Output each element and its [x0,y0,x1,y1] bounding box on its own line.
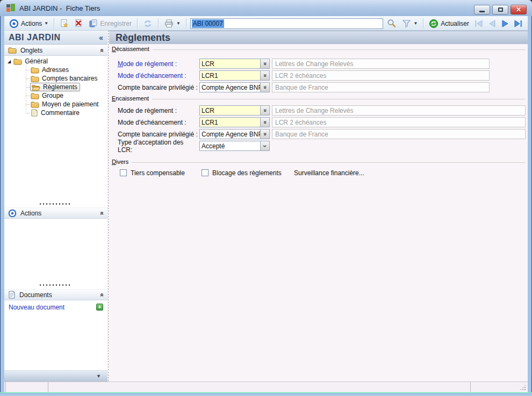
tree-item-label: Règlements [43,83,77,91]
minimize-icon [479,11,485,12]
tree-item-adresses[interactable]: Adresses [4,66,107,74]
refresh-icon [143,19,153,28]
tree-item-groupe[interactable]: Groupe [4,91,107,100]
mode-echeancement-combo[interactable]: LCR1 » [199,117,270,127]
filter-button[interactable]: ▼ [399,18,420,29]
target-icon [9,19,19,28]
tree-item-general[interactable]: ◢ Général [4,57,107,66]
tree-item-comptes-bancaires[interactable]: Comptes bancaires [4,74,107,83]
nav-first-button[interactable] [472,19,486,28]
group-decaissement: Décaissement [112,45,525,53]
sidebar-collapse-button[interactable]: « [99,33,103,42]
search-icon [387,19,397,28]
combo-lookup-button[interactable]: » [260,83,269,92]
tree-selected-highlight: Règlements [30,83,80,91]
combo-lookup-button[interactable]: » [260,59,269,68]
actualiser-button[interactable]: Actualiser [426,18,472,30]
field-label: Compte bancaire privilégié : [118,131,198,138]
field-description: Banque de France [272,129,526,139]
compte-bancaire-combo[interactable]: Compte Agence BNP » [199,82,270,92]
actions-menu-button[interactable]: Actions ▼ [6,18,51,30]
surveillance-financiere-link[interactable]: Surveillance financière... [294,169,364,177]
section-header-actions[interactable]: Actions » [4,207,107,219]
tree-item-commentaire[interactable]: Commentaire [4,109,107,117]
sidebar-splitter-handle[interactable] [40,284,72,286]
delete-record-button[interactable] [71,18,86,29]
delete-icon [74,19,83,28]
status-bar [4,381,528,392]
nav-last-button[interactable] [512,19,526,28]
target-icon [8,209,17,218]
combo-lookup-button[interactable]: » [260,71,269,80]
tiers-compensable-checkbox[interactable] [120,169,127,176]
field-description: Banque de France [272,82,490,92]
documents-section-title: Documents [19,291,96,299]
sidebar: ABI JARDIN « Onglets » ◢ Général Adresse… [4,31,107,381]
combo-dropdown-button[interactable]: › [260,141,269,150]
maximize-button[interactable] [492,5,508,15]
nav-previous-button[interactable] [486,19,499,28]
document-icon [8,291,16,299]
mode-reglement-combo[interactable]: LCR » [199,105,270,116]
title-bar[interactable]: ABI JARDIN - Fiche Tiers ✕ [0,0,532,16]
tree-item-label: Adresses [42,66,69,74]
page-title: Règlements [109,31,528,44]
blocage-reglements-checkbox[interactable] [202,169,209,176]
toolbar-separator [423,18,423,28]
mode-reglement-combo[interactable]: LCR » [199,59,270,69]
refresh-record-button[interactable] [140,18,155,29]
print-button[interactable]: ▼ [161,18,183,29]
double-chevron-down-icon: » [262,62,268,65]
field-label: Type d'acceptation des LCR: [118,139,198,154]
combo-value: LCR [200,106,260,115]
save-icon [89,19,98,28]
record-reference-input[interactable]: ABI 00007 [190,18,384,29]
record-reference-value: ABI 00007 [192,19,224,28]
filter-dropdown-icon: ▼ [413,21,418,26]
tree-connector [26,87,30,88]
group-title: Divers [112,159,128,165]
actualiser-icon [429,19,438,28]
compte-bancaire-combo[interactable]: Compte Agence BNP » [199,129,270,139]
type-acceptation-combo[interactable]: Accepté › [199,141,270,151]
field-description: LCR 2 échéances [272,117,526,127]
toolbar-separator [186,18,186,28]
actualiser-label: Actualiser [441,20,469,27]
mode-echeancement-combo[interactable]: LCR1 » [199,70,270,81]
group-rule [153,49,525,50]
sidebar-splitter-handle[interactable] [40,203,72,205]
field-row: Mode de règlement : LCR » Lettres de Cha… [109,59,528,69]
minimize-button[interactable] [474,5,490,15]
combo-lookup-button[interactable]: » [260,129,269,139]
nav-next-button[interactable] [499,19,512,28]
sidebar-title: ABI JARDIN [9,33,99,42]
printer-icon [164,19,174,28]
new-record-button[interactable] [57,18,71,29]
section-header-onglets[interactable]: Onglets » [4,45,107,56]
tree-connector [26,113,30,113]
tree-item-label: Groupe [42,92,63,99]
resize-grip[interactable] [520,384,526,391]
sidebar-footer-bar[interactable]: ▼ [4,370,107,381]
tree-item-moyen-de-paiement[interactable]: Moyen de paiement [4,100,107,109]
chevron-up-icon[interactable]: » [98,293,106,297]
search-button[interactable] [384,18,399,29]
chevron-up-icon[interactable]: » [98,48,106,52]
field-description: LCR 2 échéances [272,70,490,81]
tree-item-reglements-selected[interactable]: Règlements [4,83,107,91]
section-header-documents[interactable]: Documents » [4,289,107,300]
close-button[interactable]: ✕ [511,5,527,15]
onglets-title: Onglets [20,47,96,54]
new-document-link[interactable]: Nouveau document [9,304,64,311]
window-bottom-frame [0,392,532,396]
tree-expand-icon[interactable]: ◢ [8,59,11,64]
field-label: Mode d'échéancement : [118,72,198,80]
combo-lookup-button[interactable]: » [260,106,269,115]
folder-icon [31,67,39,74]
main-content: Règlements Décaissement Mode de règlemen… [109,31,528,381]
add-document-button[interactable]: + [96,304,103,311]
save-button[interactable]: Enregistrer [86,18,134,29]
combo-lookup-button[interactable]: » [260,118,269,127]
chevron-up-icon[interactable]: » [98,211,106,215]
tiers-compensable-label: Tiers compensable [131,169,185,177]
